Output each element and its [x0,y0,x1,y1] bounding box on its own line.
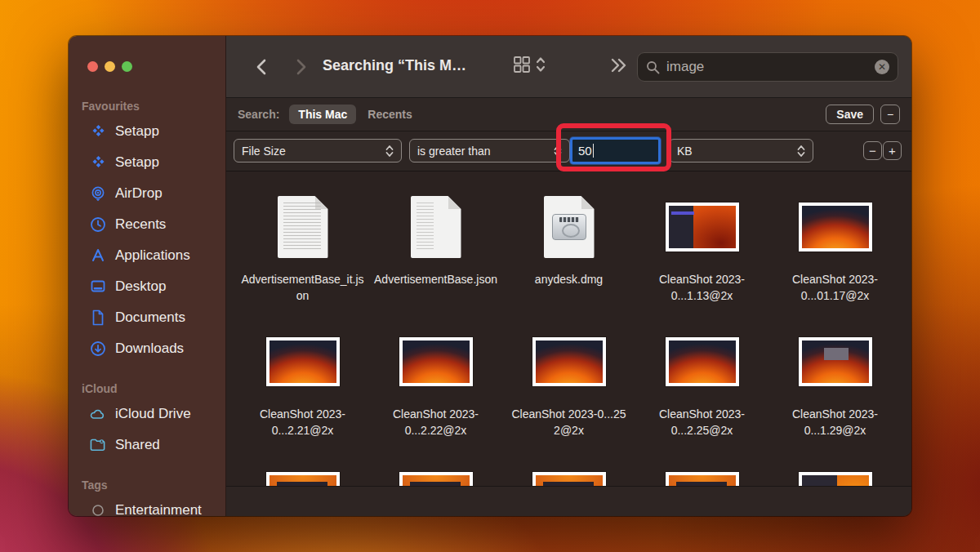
titlebar: Searching “This M… image ✕ [226,36,911,98]
file-item[interactable] [236,441,369,486]
remove-criterion-button[interactable]: − [863,141,882,160]
sidebar-item-label: iCloud Drive [115,406,191,422]
file-item-cleanshot-2023-0-01-17-2x[interactable]: CleanShot 2023-0...01.17@2x [768,171,902,306]
file-name-label: AdvertisementBase.json [374,271,498,287]
double-chevron-right-icon [608,56,628,75]
file-thumbnail [666,465,739,486]
file-name-label: CleanShot 2023-0...01.17@2x [773,271,898,304]
sidebar-item-airdrop[interactable]: AirDrop [69,178,225,209]
sidebar-item-setapp[interactable]: Setapp [69,147,225,178]
file-item-cleanshot-2023-0-2-25-2x[interactable]: CleanShot 2023-0...2.25@2x [635,306,768,441]
sidebar-section-title-icloud: iCloud [69,374,225,398]
window-title: Searching “This M… [323,57,466,74]
file-thumbnail [666,196,739,258]
minimize-window-button[interactable] [105,61,115,72]
unit-dropdown[interactable]: KB [669,139,813,162]
bottom-strip [226,486,911,516]
operator-dropdown[interactable]: is greater than [409,139,570,162]
airdrop-icon [90,185,106,202]
text-caret [593,144,595,158]
sidebar-item-downloads[interactable]: Downloads [69,333,225,364]
collapse-criteria-button[interactable]: − [880,105,900,124]
back-button[interactable] [249,56,272,78]
sidebar-item-label: AirDrop [115,185,163,202]
file-thumbnail [666,331,739,393]
json-file-icon [411,196,461,258]
sidebar-item-entertainment[interactable]: Entertainment [69,495,225,516]
traffic-lights [87,61,132,72]
file-thumbnail [532,331,606,393]
screenshot-thumbnail [799,203,872,252]
file-item[interactable] [635,441,768,486]
scope-option-this-mac[interactable]: This Mac [289,105,356,124]
sidebar-item-setapp[interactable]: Setapp [69,116,225,147]
file-item-cleanshot-2023-0-25-2-2x[interactable]: CleanShot 2023-0...25 2@2x [502,306,635,441]
finder-window: FavouritesSetappSetappAirDropRecentsAppl… [69,36,911,516]
forward-button[interactable] [290,56,313,78]
file-item[interactable] [768,441,902,486]
setapp-icon [90,123,106,140]
file-name-label: CleanShot 2023-0...1.29@2x [773,406,898,438]
add-criterion-button[interactable]: + [883,141,902,160]
sidebar-item-desktop[interactable]: Desktop [69,271,225,302]
sidebar: FavouritesSetappSetappAirDropRecentsAppl… [69,36,226,516]
screenshot-thumbnail [399,337,473,386]
sidebar-item-documents[interactable]: Documents [69,302,225,333]
screenshot-thumbnail [799,472,872,486]
search-field[interactable]: image ✕ [637,52,898,82]
search-input[interactable]: image [666,59,868,75]
screenshot-thumbnail [666,203,739,252]
sidebar-item-label: Setapp [115,123,159,140]
file-row-1: AdvertisementBase_it.jsonAdvertisementBa… [236,171,911,306]
file-item-advertisementbase-it-json[interactable]: AdvertisementBase_it.json [236,171,369,306]
sidebar-item-label: Recents [115,216,166,233]
file-name-label: AdvertisementBase_it.json [241,271,365,304]
sidebar-item-shared[interactable]: Shared [69,430,225,461]
size-value-input[interactable]: 50 [570,137,661,164]
sidebar-item-applications[interactable]: Applications [69,240,225,271]
file-name-label: CleanShot 2023-0...2.25@2x [640,406,764,438]
grid-view-icon [513,56,531,73]
file-row-2: CleanShot 2023-0...2.21@2xCleanShot 2023… [236,306,911,441]
file-name-label: CleanShot 2023-0...2.22@2x [374,406,498,438]
file-item-advertisementbase-json[interactable]: AdvertisementBase.json [369,171,502,306]
file-item[interactable] [502,441,635,486]
save-search-button[interactable]: Save [826,105,874,124]
file-item-cleanshot-2023-0-2-21-2x[interactable]: CleanShot 2023-0...2.21@2x [236,306,369,441]
attribute-dropdown[interactable]: File Size [234,139,402,162]
file-item-cleanshot-2023-0-2-22-2x[interactable]: CleanShot 2023-0...2.22@2x [369,306,502,441]
zoom-window-button[interactable] [122,61,132,72]
sidebar-item-label: Entertainment [115,502,202,516]
file-grid: AdvertisementBase_it.jsonAdvertisementBa… [226,171,911,486]
file-item-anydesk-dmg[interactable]: anydesk.dmg [502,171,635,306]
file-thumbnail [399,465,473,486]
applications-icon [90,247,106,264]
download-circle-icon [90,341,106,357]
file-thumbnail [544,196,595,258]
view-options-control[interactable] [513,56,546,73]
file-item[interactable] [369,441,502,486]
toolbar-overflow-button[interactable] [608,56,628,75]
screenshot-thumbnail [666,472,739,486]
sidebar-item-recents[interactable]: Recents [69,209,225,240]
file-name-label: CleanShot 2023-0...2.21@2x [241,406,365,438]
json-file-icon [278,196,328,258]
chevron-up-down-icon [554,144,562,158]
file-thumbnail [799,465,872,486]
file-thumbnail [266,331,340,393]
sidebar-sections: FavouritesSetappSetappAirDropRecentsAppl… [69,91,225,516]
file-name-label: CleanShot 2023-0...25 2@2x [507,406,631,438]
clock-icon [90,216,106,233]
close-window-button[interactable] [87,61,98,72]
screenshot-thumbnail [399,472,473,486]
shared-folder-icon [90,437,106,453]
file-thumbnail [278,196,328,258]
clear-search-button[interactable]: ✕ [875,60,889,74]
file-item-cleanshot-2023-0-1-13-2x[interactable]: CleanShot 2023-0...1.13@2x [635,171,768,306]
file-item-cleanshot-2023-0-1-29-2x[interactable]: CleanShot 2023-0...1.29@2x [768,306,902,441]
sidebar-section-title-favourites: Favourites [69,91,225,116]
scope-option-recents[interactable]: Recents [366,105,413,124]
sidebar-item-icloud-drive[interactable]: iCloud Drive [69,398,225,430]
screenshot-thumbnail [532,472,606,486]
desktop-icon [90,278,106,295]
